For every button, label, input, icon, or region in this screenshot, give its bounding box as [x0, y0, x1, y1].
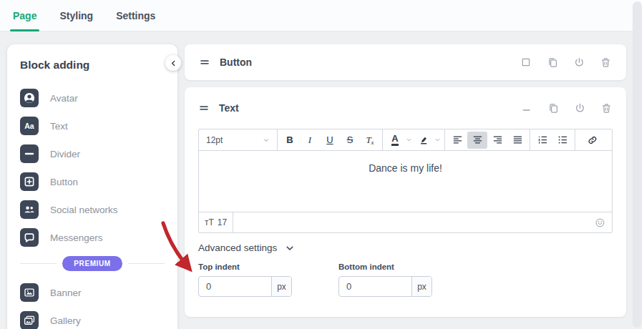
align-right-button[interactable]	[487, 132, 507, 149]
sidebar-item-label: Text	[50, 121, 68, 132]
frame-icon[interactable]	[519, 56, 532, 69]
sidebar-item-text[interactable]: Aa Text	[20, 117, 165, 135]
clear-formatting-glyph: T	[366, 134, 371, 146]
ordered-list-button[interactable]	[532, 132, 552, 149]
tab-styling[interactable]: Styling	[59, 0, 93, 31]
editor-footer: тT 17	[199, 212, 612, 232]
tab-settings-label: Settings	[116, 10, 155, 21]
tab-page[interactable]: Page	[13, 0, 36, 31]
button-icon	[20, 172, 39, 191]
block-actions	[520, 102, 613, 114]
top-indent-field: Top indent px	[198, 262, 292, 297]
highlight-color-button[interactable]	[414, 132, 434, 149]
smiley-icon[interactable]	[595, 217, 605, 228]
editor-content[interactable]: Dance is my life!	[199, 151, 612, 212]
link-group	[575, 129, 612, 150]
panel-title: Block adding	[20, 59, 165, 72]
trash-icon[interactable]	[599, 56, 612, 69]
align-left-icon	[452, 134, 463, 145]
align-group	[445, 129, 530, 150]
sidebar-item-label: Messengers	[50, 232, 103, 243]
sidebar-item-gallery[interactable]: Gallery	[20, 311, 165, 329]
tab-page-label: Page	[13, 10, 36, 21]
sidebar-item-banner[interactable]: Banner	[20, 283, 165, 302]
unordered-list-button[interactable]	[552, 132, 572, 149]
minimize-icon[interactable]	[520, 102, 533, 114]
rich-text-editor: 12pt B I U S Tx A	[198, 129, 613, 233]
editor-toolbar: 12pt B I U S Tx A	[199, 129, 612, 151]
power-icon[interactable]	[572, 56, 585, 69]
social-networks-icon	[20, 200, 39, 219]
block-actions	[519, 56, 612, 69]
font-size-value: 12pt	[206, 135, 223, 145]
trash-icon[interactable]	[600, 102, 613, 114]
drag-handle-icon[interactable]	[199, 57, 210, 68]
text-color-button[interactable]: A	[385, 132, 405, 149]
align-right-icon	[492, 134, 503, 145]
text-color-icon: A	[391, 134, 398, 146]
sidebar-item-avatar[interactable]: Avatar	[20, 89, 165, 107]
panel-collapse-button[interactable]	[165, 55, 181, 71]
underline-glyph: U	[326, 134, 333, 145]
font-size-select[interactable]: 12pt	[199, 129, 278, 150]
indent-fields: Top indent px Bottom indent px	[198, 262, 613, 297]
bottom-indent-input[interactable]	[339, 277, 411, 296]
format-group: B I U S Tx	[278, 129, 383, 150]
top-tab-bar: Page Styling Settings	[0, 0, 644, 31]
button-block-card[interactable]: Button	[185, 44, 626, 80]
align-justify-button[interactable]	[507, 132, 527, 149]
unordered-list-icon	[557, 134, 568, 145]
align-left-button[interactable]	[447, 132, 467, 149]
divider-line	[20, 263, 57, 264]
duplicate-icon[interactable]	[546, 56, 559, 69]
premium-divider: PREMIUM	[20, 256, 165, 271]
align-center-button[interactable]	[467, 132, 487, 149]
align-center-icon	[472, 134, 483, 145]
sidebar-item-social-networks[interactable]: Social networks	[20, 200, 165, 219]
drag-handle-icon[interactable]	[198, 102, 210, 114]
divider-line	[128, 263, 165, 264]
link-button[interactable]	[582, 132, 602, 149]
premium-badge: PREMIUM	[62, 256, 122, 271]
power-icon[interactable]	[573, 102, 586, 114]
tab-styling-label: Styling	[59, 10, 93, 21]
avatar-icon	[20, 89, 39, 107]
color-group: A	[383, 129, 445, 150]
duplicate-icon[interactable]	[547, 102, 560, 114]
bold-button[interactable]: B	[280, 132, 300, 149]
text-icon: Aa	[20, 117, 39, 135]
banner-icon	[20, 283, 39, 302]
bottom-indent-label: Bottom indent	[338, 262, 432, 271]
advanced-settings-label: Advanced settings	[198, 242, 277, 253]
advanced-settings-toggle[interactable]: Advanced settings	[198, 242, 613, 253]
sidebar-item-label: Banner	[50, 288, 82, 298]
clear-formatting-button[interactable]: Tx	[360, 132, 380, 149]
chevron-down-icon[interactable]	[406, 137, 412, 143]
italic-glyph: I	[308, 134, 311, 146]
top-indent-label: Top indent	[198, 262, 292, 271]
divider-icon	[20, 144, 39, 163]
top-indent-input[interactable]	[199, 277, 271, 296]
canvas-area: Button Text	[185, 44, 626, 317]
char-count: 17	[218, 217, 227, 227]
text-size-icon: тT	[205, 217, 214, 227]
tab-settings[interactable]: Settings	[116, 0, 155, 31]
block-title: Button	[220, 57, 252, 68]
block-adding-panel: Block adding Avatar Aa Text Divider Butt…	[7, 44, 177, 329]
sidebar-item-button[interactable]: Button	[20, 172, 165, 191]
sidebar-item-label: Avatar	[50, 93, 78, 104]
sidebar-item-label: Divider	[50, 149, 80, 159]
sidebar-item-messengers[interactable]: Messengers	[20, 228, 165, 247]
link-icon	[587, 134, 598, 146]
sidebar-item-divider[interactable]: Divider	[20, 144, 165, 163]
top-indent-unit: px	[271, 277, 291, 296]
clear-formatting-sub: x	[371, 139, 374, 146]
editor-text: Dance is my life!	[369, 162, 442, 174]
underline-button[interactable]: U	[320, 132, 340, 149]
vertical-scrollbar[interactable]	[633, 1, 642, 328]
chevron-down-icon	[263, 137, 270, 144]
strikethrough-button[interactable]: S	[340, 132, 360, 149]
italic-button[interactable]: I	[300, 132, 320, 149]
chevron-down-icon[interactable]	[434, 137, 441, 143]
align-justify-icon	[512, 134, 523, 145]
